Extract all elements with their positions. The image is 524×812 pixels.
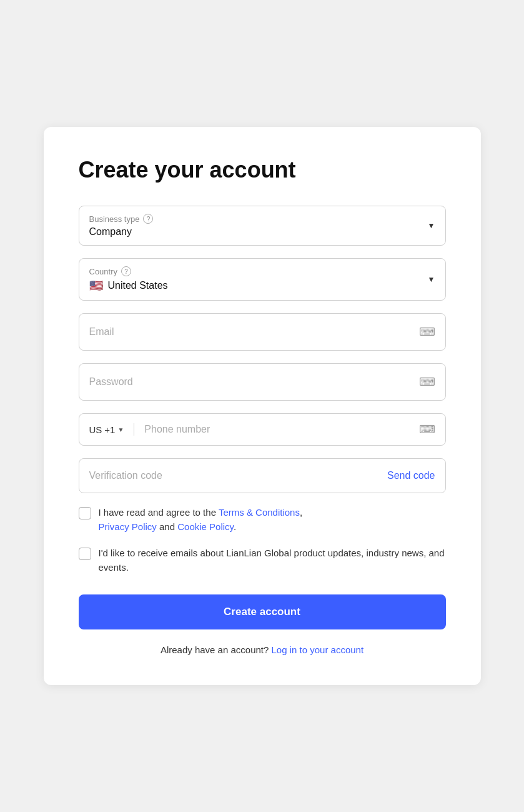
phone-dial-code: +1 xyxy=(104,424,115,435)
login-link[interactable]: Log in to your account xyxy=(272,644,364,655)
business-type-label: Business type ? xyxy=(89,214,435,224)
verification-field-group: Send code xyxy=(79,458,446,493)
verification-input-wrapper: Send code xyxy=(79,458,446,493)
phone-input-wrapper: US +1 ▼ ⌨ xyxy=(79,413,446,446)
terms-checkbox-label: I have read and agree to the Terms & Con… xyxy=(99,506,303,534)
privacy-policy-link[interactable]: Privacy Policy xyxy=(99,521,157,532)
country-field: Country ? 🇺🇸 United States ▼ xyxy=(79,258,446,301)
business-type-help-icon[interactable]: ? xyxy=(143,214,153,224)
create-account-button[interactable]: Create account xyxy=(79,594,446,629)
business-type-arrow-icon: ▼ xyxy=(428,221,435,230)
country-value: 🇺🇸 United States xyxy=(89,279,435,293)
cookie-policy-link[interactable]: Cookie Policy xyxy=(177,521,234,532)
email-keyboard-icon: ⌨ xyxy=(419,325,435,339)
page-title: Create your account xyxy=(79,157,446,183)
phone-country-code: US xyxy=(89,424,102,435)
send-code-button[interactable]: Send code xyxy=(387,470,435,481)
login-prompt: Already have an account? Log in to your … xyxy=(79,644,446,655)
country-label: Country ? xyxy=(89,266,435,276)
phone-country-code-select[interactable]: US +1 ▼ xyxy=(89,424,124,435)
email-updates-checkbox[interactable] xyxy=(79,548,91,560)
phone-keyboard-icon: ⌨ xyxy=(419,423,435,436)
email-field-group: ⌨ xyxy=(79,313,446,351)
country-help-icon[interactable]: ? xyxy=(121,266,131,276)
country-flag: 🇺🇸 xyxy=(89,279,103,293)
business-type-select[interactable]: Business type ? Company ▼ xyxy=(79,206,446,246)
registration-card: Create your account Business type ? Comp… xyxy=(44,127,481,685)
email-input-wrapper: ⌨ xyxy=(79,313,446,351)
phone-prefix-arrow-icon: ▼ xyxy=(117,426,124,433)
business-type-value: Company xyxy=(89,226,435,238)
verification-code-input[interactable] xyxy=(89,470,387,481)
terms-checkbox-group: I have read and agree to the Terms & Con… xyxy=(79,506,446,534)
phone-field-group: US +1 ▼ ⌨ xyxy=(79,413,446,446)
password-input-wrapper: ⌨ xyxy=(79,363,446,401)
terms-checkbox[interactable] xyxy=(79,507,91,519)
password-keyboard-icon: ⌨ xyxy=(419,375,435,389)
terms-conditions-link[interactable]: Terms & Conditions xyxy=(219,507,300,518)
business-type-field: Business type ? Company ▼ xyxy=(79,206,446,246)
country-arrow-icon: ▼ xyxy=(428,275,435,284)
email-input[interactable] xyxy=(89,326,419,338)
already-have-account-text: Already have an account? xyxy=(161,644,269,655)
email-updates-checkbox-group: I'd like to receive emails about LianLia… xyxy=(79,546,446,574)
country-select[interactable]: Country ? 🇺🇸 United States ▼ xyxy=(79,258,446,301)
phone-input[interactable] xyxy=(144,424,413,435)
email-updates-label: I'd like to receive emails about LianLia… xyxy=(99,546,446,574)
password-field-group: ⌨ xyxy=(79,363,446,401)
password-input[interactable] xyxy=(89,376,419,388)
phone-divider xyxy=(134,423,134,436)
